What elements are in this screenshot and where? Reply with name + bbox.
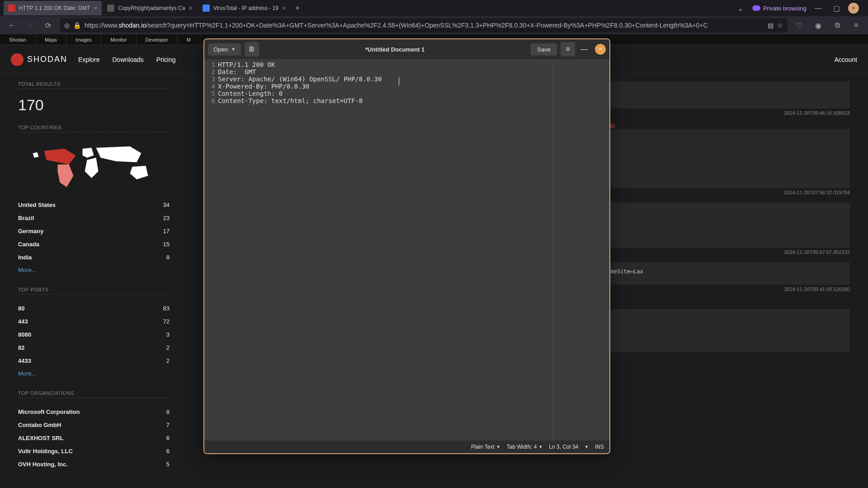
hamburger-menu-icon[interactable]: ≡ <box>561 42 575 56</box>
pocket-icon[interactable]: ♡ <box>793 19 806 32</box>
forward-button[interactable]: → <box>24 19 36 32</box>
open-button[interactable]: Open ▼ <box>208 43 241 56</box>
close-window-button[interactable]: × <box>848 3 859 14</box>
logo-icon <box>11 53 24 66</box>
line-gutter: 1 2 3 4 5 6 <box>204 59 218 441</box>
chevron-down-icon: ▼ <box>231 47 236 52</box>
site-icon <box>203 5 210 12</box>
logo-text: SHODAN <box>27 55 67 64</box>
list-tabs-button[interactable]: ⌄ <box>734 2 747 14</box>
close-button[interactable]: × <box>595 44 606 55</box>
top-orgs-label: TOP ORGANIZATIONS <box>18 390 170 396</box>
nav-downloads[interactable]: Downloads <box>112 56 143 63</box>
tab-title: VirusTotal - IP address - 19 <box>213 5 278 11</box>
save-button[interactable]: Save <box>531 43 557 56</box>
new-doc-button[interactable]: 🗎 <box>245 42 259 56</box>
editor-body[interactable]: 1 2 3 4 5 6 HTTP/1.1 200 OK Date: GMT Se… <box>204 59 609 441</box>
url-bar[interactable]: ◎ 🔒 https://www.shodan.io/search?query=H… <box>60 18 788 33</box>
org-row[interactable]: Vultr Holdings, LLC6 <box>18 445 170 458</box>
new-tab-button[interactable]: + <box>291 2 304 14</box>
country-row[interactable]: Brazil23 <box>18 211 170 225</box>
port-row[interactable]: 822 <box>18 341 170 354</box>
tab-shodan[interactable]: HTTP 1.1 200 OK Date: GMT × <box>4 1 102 15</box>
port-row[interactable]: 44332 <box>18 354 170 367</box>
close-icon[interactable]: × <box>189 5 192 12</box>
url-text: https://www.shodan.io/search?query=HTTP%… <box>85 22 708 29</box>
close-icon[interactable]: × <box>94 5 97 12</box>
app-menu-icon[interactable]: ≡ <box>850 19 863 32</box>
browser-tab-strip: HTTP 1.1 200 OK Date: GMT × CopyRh(ight)… <box>0 0 868 16</box>
top-countries-label: TOP COUNTRIES <box>18 125 170 130</box>
mask-icon <box>752 5 760 11</box>
subtab-developer[interactable]: Developer <box>137 34 178 45</box>
tab-copyrh[interactable]: CopyRh(ight)adamantys Ca × <box>103 1 197 15</box>
shield-icon[interactable]: ◎ <box>64 22 70 29</box>
country-row[interactable]: India8 <box>18 251 170 264</box>
total-results-label: TOTAL RESULTS <box>18 81 170 87</box>
site-icon <box>8 5 15 12</box>
nav-explore[interactable]: Explore <box>78 56 99 63</box>
subtab-monitor[interactable]: Monitor <box>101 34 137 45</box>
more-link[interactable]: More... <box>18 367 170 380</box>
subtab-shodan[interactable]: Shodan <box>0 34 36 45</box>
tab-width[interactable]: Tab Width: 4▼ <box>507 444 543 450</box>
reload-button[interactable]: ⟳ <box>42 19 54 32</box>
org-row[interactable]: OVH Hosting, Inc.5 <box>18 458 170 471</box>
top-ports-label: TOP PORTS <box>18 287 170 292</box>
port-row[interactable]: 44372 <box>18 315 170 328</box>
extensions-icon[interactable]: ⧉ <box>831 19 844 32</box>
account-icon[interactable]: ◉ <box>812 19 825 32</box>
margin-guide <box>552 59 553 441</box>
tab-title: HTTP 1.1 200 OK Date: GMT <box>19 5 90 11</box>
text-cursor <box>399 77 399 85</box>
cursor-position[interactable]: Ln 3, Col 34 <box>549 444 578 450</box>
more-link[interactable]: More... <box>18 264 170 276</box>
port-row[interactable]: 8083 <box>18 302 170 315</box>
org-row[interactable]: Contabo GmbH7 <box>18 418 170 432</box>
world-map[interactable] <box>18 140 170 194</box>
bookmark-icon[interactable]: ☆ <box>777 22 783 29</box>
country-row[interactable]: Canada15 <box>18 238 170 251</box>
logo[interactable]: SHODAN <box>11 53 67 66</box>
editor-titlebar[interactable]: Open ▼ 🗎 *Untitled Document 1 Save ≡ — × <box>204 39 609 59</box>
back-button[interactable]: ← <box>5 19 18 32</box>
editor-statusbar: Plain Text▼ Tab Width: 4▼ Ln 3, Col 34 ▼… <box>204 441 609 453</box>
port-row[interactable]: 80803 <box>18 328 170 341</box>
insert-mode[interactable]: INS <box>595 444 604 450</box>
subtab-more[interactable]: M <box>178 34 200 45</box>
main-nav: Explore Downloads Pricing <box>78 56 176 63</box>
country-row[interactable]: Germany17 <box>18 225 170 238</box>
private-browsing-badge: Private browsing <box>752 5 807 12</box>
maximize-button[interactable]: ▢ <box>830 2 843 14</box>
subtab-maps[interactable]: Maps <box>36 34 66 45</box>
language-mode[interactable]: Plain Text▼ <box>471 444 500 450</box>
total-results-value: 170 <box>18 96 170 114</box>
subtab-images[interactable]: Images <box>66 34 101 45</box>
chevron-down-icon: ▼ <box>538 445 542 449</box>
nav-toolbar: ← → ⟳ ◎ 🔒 https://www.shodan.io/search?q… <box>0 16 868 34</box>
tab-title: CopyRh(ight)adamantys Ca <box>118 5 185 11</box>
org-row[interactable]: Microsoft Corporation8 <box>18 405 170 418</box>
chevron-down-icon[interactable]: ▼ <box>585 445 589 449</box>
country-row[interactable]: United States34 <box>18 198 170 211</box>
tab-strip-right: ⌄ Private browsing — ▢ × <box>734 2 864 14</box>
facet-sidebar: TOTAL RESULTS 170 TOP COUNTRIES <box>0 45 188 488</box>
code-area[interactable]: HTTP/1.1 200 OK Date: GMT Server: Apache… <box>218 59 609 441</box>
minimize-button[interactable]: — <box>812 2 825 14</box>
reader-icon[interactable]: ▤ <box>768 22 774 29</box>
private-label: Private browsing <box>763 5 807 12</box>
org-row[interactable]: ALEXHOST SRL6 <box>18 432 170 445</box>
toolbar-actions: ♡ ◉ ⧉ ≡ <box>793 19 863 32</box>
site-icon <box>107 5 114 12</box>
chevron-down-icon: ▼ <box>496 445 500 449</box>
text-editor-window: Open ▼ 🗎 *Untitled Document 1 Save ≡ — ×… <box>203 38 610 454</box>
lock-icon[interactable]: 🔒 <box>73 22 81 29</box>
close-icon[interactable]: × <box>282 5 286 12</box>
document-title: *Untitled Document 1 <box>259 46 531 53</box>
tab-virustotal[interactable]: VirusTotal - IP address - 19 × <box>198 1 290 15</box>
nav-pricing[interactable]: Pricing <box>156 56 176 63</box>
minimize-button[interactable]: — <box>577 42 591 56</box>
